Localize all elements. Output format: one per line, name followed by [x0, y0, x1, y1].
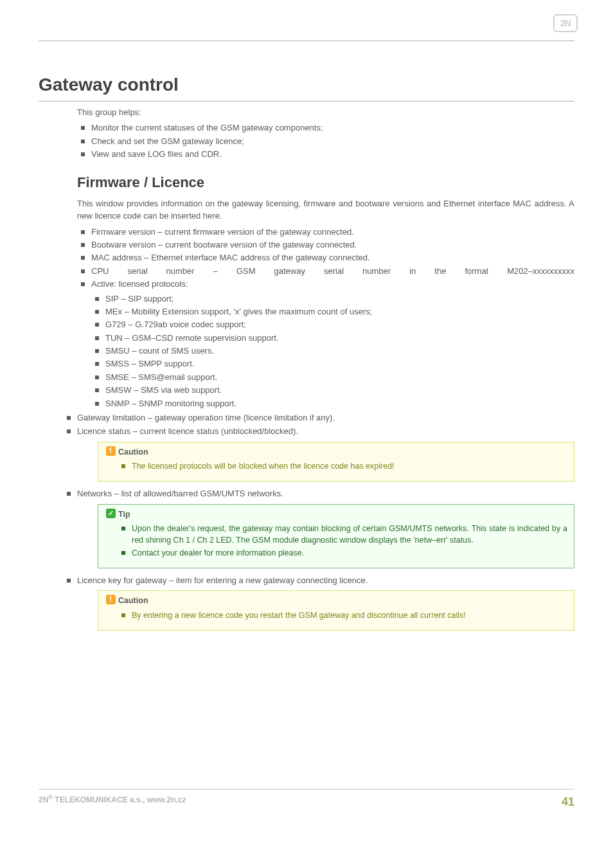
- list-item: Check and set the GSM gateway licence;: [91, 136, 574, 148]
- callout-text: Contact your dealer for more information…: [132, 547, 567, 559]
- section-heading: Firmware / Licence: [77, 172, 574, 193]
- section-intro: This window provides information on the …: [77, 198, 574, 222]
- callout-title: Caution: [118, 596, 148, 605]
- title-rule: [39, 101, 574, 102]
- callout-title: Caution: [118, 448, 148, 457]
- list-item: SNMP – SNMP monitoring support.: [105, 398, 574, 410]
- intro-text: This group helps:: [77, 107, 574, 119]
- list-item-label: Active: licensed protocols:: [91, 279, 188, 289]
- footer-brand: 2N: [39, 795, 48, 804]
- callout-list: Upon the dealer's request, the gateway m…: [105, 523, 567, 559]
- list-item: MEx – Mobility Extension support, 'x' gi…: [105, 306, 574, 318]
- list-item: Monitor the current statuses of the GSM …: [91, 122, 574, 134]
- after-active-list: Gateway limitation – gateway operation t…: [77, 412, 574, 437]
- check-icon: [106, 509, 116, 518]
- callout-title: Tip: [118, 510, 130, 519]
- caution-callout: Caution The licensed protocols will be b…: [98, 442, 574, 482]
- page-number: 41: [562, 793, 574, 810]
- caution-callout: Caution By entering a new licence code y…: [98, 590, 574, 630]
- page-footer: 2N® TELEKOMUNIKACE a.s., www.2n.cz 41: [39, 789, 574, 810]
- list-item: Networks – list of allowed/barred GSM/UM…: [77, 488, 574, 500]
- callout-heading: Caution: [106, 446, 567, 458]
- registered-mark: ®: [48, 794, 53, 800]
- callout-text: Upon the dealer's request, the gateway m…: [132, 523, 567, 546]
- list-item: Bootware version – current bootware vers…: [91, 239, 574, 251]
- list-item: Licence status – current licence status …: [77, 426, 574, 438]
- tip-callout: Tip Upon the dealer's request, the gatew…: [98, 504, 574, 568]
- list-item: SMSS – SMPP support.: [105, 358, 574, 370]
- list-item: G729 – G.729ab voice codec support;: [105, 319, 574, 331]
- callout-text: The licensed protocols will be blocked w…: [132, 460, 567, 472]
- networks-list: Networks – list of allowed/barred GSM/UM…: [77, 488, 574, 500]
- list-item: SIP – SIP support;: [105, 293, 574, 305]
- footer-company: TELEKOMUNIKACE a.s., www.2n.cz: [53, 795, 186, 804]
- list-item: TUN – GSM–CSD remote supervision support…: [105, 332, 574, 345]
- list-item: View and save LOG files and CDR.: [91, 149, 574, 161]
- list-item: SMSE – SMS@email support.: [105, 372, 574, 384]
- brand-logo: 2N: [553, 14, 578, 32]
- list-item: SMSW – SMS via web support.: [105, 384, 574, 397]
- list-item: SMSU – count of SMS users.: [105, 345, 574, 357]
- list-item: Firmware version – current firmware vers…: [91, 226, 574, 239]
- list-item: CPU serial number – GSM gateway serial n…: [91, 266, 574, 278]
- warning-icon: [106, 446, 116, 456]
- licence-key-list: Licence key for gateway – item for enter…: [77, 575, 574, 587]
- page-title: Gateway control: [39, 72, 574, 98]
- callout-list: By entering a new licence code you resta…: [105, 610, 567, 621]
- firmware-list: Firmware version – current firmware vers…: [77, 226, 574, 410]
- list-item: Gateway limitation – gateway operation t…: [77, 412, 574, 424]
- callout-list: The licensed protocols will be blocked w…: [105, 460, 567, 472]
- callout-heading: Tip: [106, 509, 567, 520]
- list-item: Active: licensed protocols: SIP – SIP su…: [91, 278, 574, 410]
- intro-list: Monitor the current statuses of the GSM …: [77, 122, 574, 161]
- callout-text: By entering a new licence code you resta…: [132, 610, 567, 621]
- list-item: MAC address – Ethernet interface MAC add…: [91, 252, 574, 264]
- active-protocols-list: SIP – SIP support; MEx – Mobility Extens…: [91, 293, 574, 410]
- callout-heading: Caution: [106, 595, 567, 606]
- list-item: Licence key for gateway – item for enter…: [77, 575, 574, 587]
- footer-left: 2N® TELEKOMUNIKACE a.s., www.2n.cz: [39, 793, 186, 810]
- warning-icon: [106, 595, 116, 604]
- header-rule: [39, 41, 574, 41]
